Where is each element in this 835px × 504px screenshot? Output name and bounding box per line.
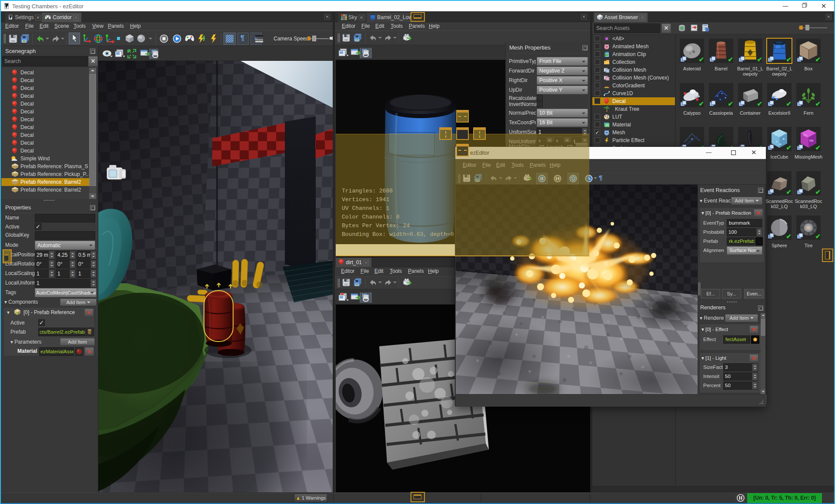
svg-text:Me: Me — [809, 139, 814, 142]
